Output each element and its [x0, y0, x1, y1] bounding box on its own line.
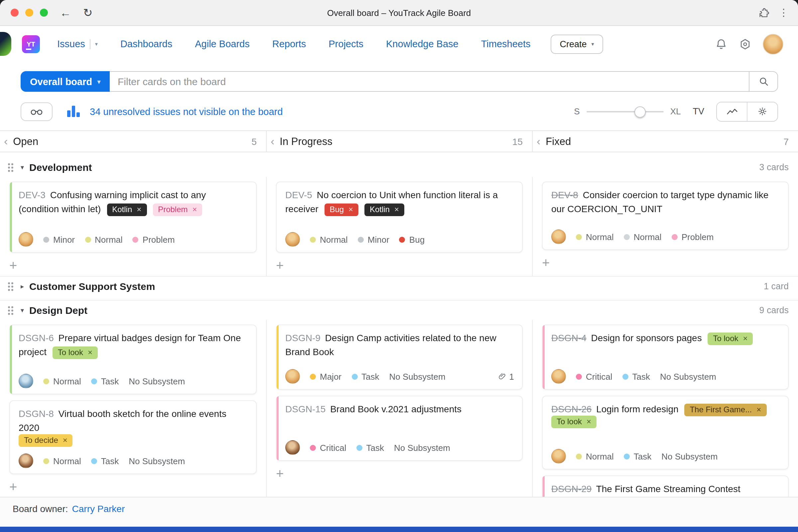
card-size-slider[interactable] [587, 105, 664, 118]
unresolved-issues-link[interactable]: 34 unresolved issues not visible on the … [90, 106, 283, 117]
collapse-swimlane-icon[interactable] [21, 307, 24, 314]
state-dot [358, 236, 364, 242]
search-button[interactable] [749, 71, 778, 92]
swimlane-count: 1 card [764, 281, 789, 291]
swimlane-count: 3 cards [759, 162, 789, 172]
card-tags: To decide [19, 434, 248, 447]
card-dev-5[interactable]: DEV-5 No coercion to Unit when function … [276, 182, 523, 253]
tag-kotlin[interactable]: Kotlin [364, 204, 404, 216]
cell-open: DSGN-6 Prepare virtual badges design for… [0, 320, 266, 497]
add-card-button[interactable]: + [9, 480, 21, 493]
bottom-strip [0, 527, 798, 532]
card-dev-8[interactable]: DEV-8 Consider coercion to target type d… [542, 182, 789, 250]
board-spectacles-button[interactable] [21, 102, 53, 121]
create-button[interactable]: Create ▾ [551, 34, 604, 54]
youtrack-logo[interactable]: YT [22, 35, 40, 53]
card-tags: To look [551, 415, 780, 428]
drag-handle-icon[interactable] [7, 280, 15, 292]
drag-handle-icon[interactable] [7, 304, 15, 316]
add-card-button[interactable]: + [276, 467, 288, 480]
tag-to-look[interactable]: To look [551, 416, 596, 428]
card-meta: Normal Minor Bug [285, 232, 514, 247]
card-dsgn-29[interactable]: DSGN-29 The First Game Streaming Contest… [542, 475, 789, 497]
browser-menu-icon[interactable] [779, 7, 789, 19]
type-dot [399, 236, 405, 242]
card-meta: Normal Task No Subsystem [551, 449, 780, 463]
remove-tag-icon[interactable] [587, 417, 591, 426]
tag-bug[interactable]: Bug [324, 204, 358, 216]
remove-tag-icon[interactable] [394, 205, 399, 214]
board-owner-link[interactable]: Carry Parker [72, 504, 125, 514]
tv-mode-button[interactable]: TV [692, 107, 704, 116]
board-selector-button[interactable]: Overall board ▾ [21, 71, 110, 92]
board-settings-button[interactable] [747, 102, 777, 121]
add-card-button[interactable]: + [542, 256, 554, 269]
swimlane-count: 9 cards [759, 305, 789, 315]
card-dsgn-8[interactable]: DSGN-8 Virtual booth sketch for the onli… [9, 400, 257, 474]
cell-fixed: DSGN-4 Design for sponsors pages To look… [532, 320, 798, 497]
app-header: YT Issues ▾ Dashboards Agile Boards Repo… [0, 26, 798, 62]
card-title: DSGN-6 Prepare virtual badges design for… [19, 331, 248, 359]
remove-tag-icon[interactable] [88, 348, 92, 357]
card-title: DEV-8 Consider coercion to target type d… [551, 188, 780, 216]
issue-id: DSGN-8 [19, 408, 54, 419]
browser-reload-icon[interactable]: ↻ [83, 7, 93, 18]
tag-to-decide[interactable]: To decide [19, 434, 73, 447]
tag-the-first-game[interactable]: The First Game... [684, 404, 766, 416]
remove-tag-icon[interactable] [757, 405, 761, 414]
bar-chart-icon[interactable] [67, 106, 80, 117]
nav-agile-boards[interactable]: Agile Boards [195, 39, 249, 49]
nav-issues[interactable]: Issues [57, 39, 85, 49]
nav-projects[interactable]: Projects [328, 39, 363, 49]
settings-icon[interactable] [739, 38, 752, 50]
expand-swimlane-icon[interactable] [21, 283, 24, 290]
remove-tag-icon[interactable] [192, 205, 197, 214]
window-zoom-button[interactable] [40, 8, 48, 17]
nav-dashboards[interactable]: Dashboards [120, 39, 172, 49]
remove-tag-icon[interactable] [743, 334, 748, 343]
nav-timesheets[interactable]: Timesheets [481, 39, 531, 49]
slider-track[interactable] [587, 111, 664, 112]
filter-input[interactable] [110, 71, 749, 92]
tag-kotlin[interactable]: Kotlin [107, 204, 147, 216]
column-count: 5 [251, 136, 257, 147]
tag-problem[interactable]: Problem [153, 204, 202, 216]
card-dsgn-26[interactable]: DSGN-26 Login form redesign The First Ga… [542, 396, 789, 470]
slider-thumb[interactable] [634, 106, 645, 117]
column-headers: Open 5 In Progress 15 Fixed 7 [0, 130, 798, 152]
card-dsgn-4[interactable]: DSGN-4 Design for sponsors pages To look… [542, 324, 789, 390]
chart-view-button[interactable] [717, 102, 747, 121]
browser-tab-title: Overall board – YouTrack Agile Board [0, 8, 798, 18]
remove-tag-icon[interactable] [348, 205, 353, 214]
attachments: 1 [498, 372, 514, 381]
add-card-button[interactable]: + [9, 259, 21, 272]
nav-knowledge-base[interactable]: Knowledge Base [386, 39, 458, 49]
swimlane-name: Design Dept [29, 305, 88, 316]
collapse-column-icon[interactable] [271, 136, 274, 147]
card-dsgn-6[interactable]: DSGN-6 Prepare virtual badges design for… [9, 324, 257, 394]
bell-icon[interactable] [715, 38, 727, 50]
extensions-puzzle-icon[interactable] [758, 7, 770, 18]
chevron-down-icon[interactable]: ▾ [95, 41, 98, 47]
drag-handle-icon[interactable] [7, 161, 15, 173]
card-dsgn-15[interactable]: DSGN-15 Brand Book v.2021 adjustments Cr… [276, 396, 523, 461]
window-minimize-button[interactable] [25, 8, 33, 17]
collapse-swimlane-icon[interactable] [21, 164, 24, 171]
remove-tag-icon[interactable] [137, 205, 141, 214]
window-close-button[interactable] [11, 8, 19, 17]
nav-reports[interactable]: Reports [272, 39, 306, 49]
collapse-column-icon[interactable] [4, 136, 8, 147]
priority-dot [576, 374, 582, 379]
card-dev-3[interactable]: DEV-3 Confusing warning implicit cast to… [9, 182, 257, 253]
avatar[interactable] [763, 34, 783, 54]
add-card-button[interactable]: + [276, 259, 288, 272]
type-dot [91, 458, 97, 464]
tag-to-look[interactable]: To look [53, 346, 98, 359]
swimlane-name: Customer Support System [29, 281, 155, 292]
browser-back-icon[interactable]: ← [60, 7, 71, 18]
browser-chrome: ← ↻ Overall board – YouTrack Agile Board [0, 0, 798, 26]
tag-to-look[interactable]: To look [707, 332, 753, 345]
collapse-column-icon[interactable] [537, 136, 540, 147]
remove-tag-icon[interactable] [63, 436, 68, 445]
card-dsgn-9[interactable]: DSGN-9 Design Camp activities related to… [276, 324, 523, 390]
